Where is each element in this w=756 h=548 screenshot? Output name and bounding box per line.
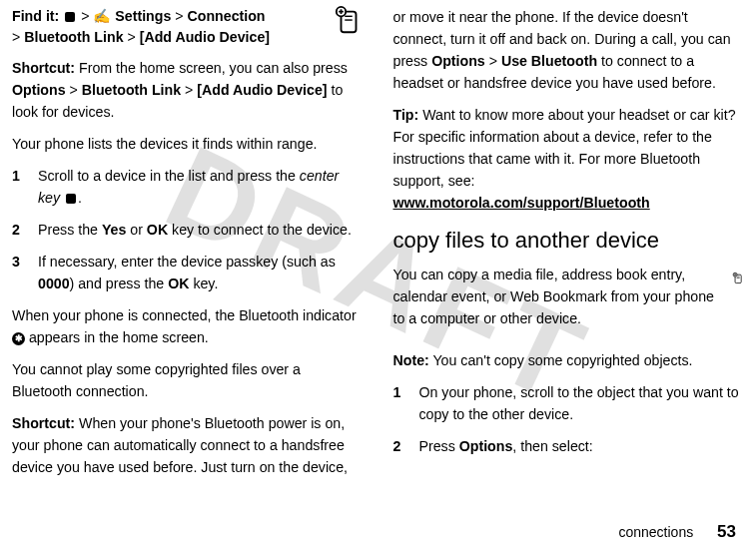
copy-intro: You can copy a media file, address book … [393,264,724,329]
cont-options: Options [431,53,485,69]
step3-c: key. [189,275,218,291]
page-content: Find it: > ✍ Settings > Connection > Blu… [0,0,756,488]
step-row: 3 If necessary, enter the device passkey… [12,251,364,294]
note-text: You can't copy some copyrighted objects. [429,352,693,368]
rstep2-a: Press [419,438,459,454]
footer-section-label: connections [618,524,693,540]
steps-right: 1 On your phone, scroll to the object th… [393,381,745,457]
center-key-icon [65,12,75,22]
copy-intro-row: You can copy a media file, address book … [393,264,745,339]
rstep2-c: , then select: [512,438,592,454]
shortcut-para-1: Shortcut: From the home screen, you can … [12,57,364,123]
support-link[interactable]: www.motorola.com/support/Bluetooth [393,195,650,211]
step-body: Scroll to a device in the list and press… [38,165,364,209]
step-row: 1 Scroll to a device in the list and pre… [12,165,364,209]
footer-page-number: 53 [717,522,736,541]
center-key-icon [66,194,76,204]
find-it-label: Find it: [12,8,59,24]
step-row: 2 Press Options, then select: [393,435,745,457]
step2-or: or [126,222,147,238]
step-number: 1 [12,165,24,209]
shortcut-addaudio: [Add Audio Device] [197,82,327,98]
shortcut-label: Shortcut: [12,60,75,76]
left-column: Find it: > ✍ Settings > Connection > Blu… [12,6,364,488]
step-body: On your phone, scroll to the object that… [419,381,745,425]
step1-a: Scroll to a device in the list and press… [38,168,300,184]
step-row: 2 Press the Yes or OK key to connect to … [12,219,364,241]
connected-para: When your phone is connected, the Blueto… [12,304,364,348]
rstep2-options: Options [459,438,513,454]
tip-text: Want to know more about your headset or … [393,107,736,189]
step-body: Press the Yes or OK key to connect to th… [38,219,364,241]
step-body: If necessary, enter the device passkey (… [38,251,364,294]
section-heading: copy files to another device [393,224,745,258]
note-label: Note: [393,352,429,368]
path-connection: Connection [188,8,266,24]
step2-a: Press the [38,222,102,238]
step3-a: If necessary, enter the device passkey (… [38,254,336,270]
note-para: Note: You can't copy some copyrighted ob… [393,349,745,371]
shortcut-options: Options [12,82,66,98]
step2-ok: OK [147,222,168,238]
path-settings: Settings [115,8,171,24]
shortcut2-label: Shortcut: [12,415,75,431]
path-add-audio: [Add Audio Device] [140,29,270,45]
step-number: 1 [393,381,405,425]
cont-usebt: Use Bluetooth [501,53,597,69]
path-bluetooth-link: Bluetooth Link [24,29,123,45]
shortcut-text-1: From the home screen, you can also press [75,60,348,76]
tip-label: Tip: [393,107,419,123]
copyright-note: You cannot play some copyrighted files o… [12,358,364,402]
step-number: 2 [12,219,24,241]
add-device-icon [732,264,744,293]
continuation-para: or move it near the phone. If the device… [393,6,745,94]
right-column: or move it near the phone. If the device… [393,6,745,488]
step3-code: 0000 [38,275,70,291]
bluetooth-indicator-icon: ✱ [12,332,25,345]
shortcut-btlink: Bluetooth Link [82,82,181,98]
step-number: 2 [393,435,405,457]
connected-b: appears in the home screen. [25,329,209,345]
tip-para: Tip: Want to know more about your headse… [393,104,745,214]
settings-glyph-icon: ✍ [93,8,111,24]
step3-ok: OK [168,275,189,291]
step2-yes: Yes [102,222,126,238]
step-number: 3 [12,251,24,294]
connected-a: When your phone is connected, the Blueto… [12,307,357,323]
step-row: 1 On your phone, scroll to the object th… [393,381,745,425]
find-it-block: Find it: > ✍ Settings > Connection > Blu… [12,6,364,47]
steps-left: 1 Scroll to a device in the list and pre… [12,165,364,294]
shortcut-para-2: Shortcut: When your phone's Bluetooth po… [12,412,364,478]
page-footer: connections 53 [618,522,736,542]
list-intro: Your phone lists the devices it finds wi… [12,133,364,155]
add-device-icon [334,6,364,36]
find-it-text: Find it: > ✍ Settings > Connection > Blu… [12,6,326,47]
step-body: Press Options, then select: [419,435,745,457]
step3-b: ) and press the [70,275,169,291]
step2-b: key to connect to the device. [168,222,352,238]
